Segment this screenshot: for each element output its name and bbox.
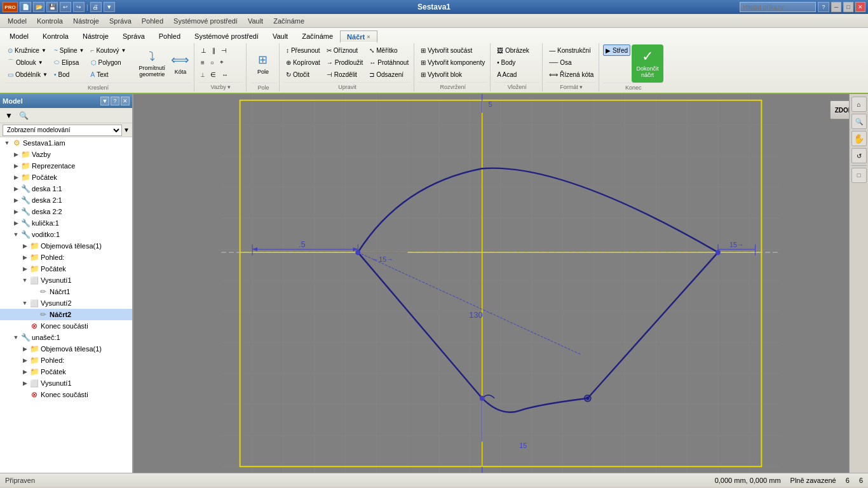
menu-item-správa[interactable]: Správa [104,15,137,27]
tree-item[interactable]: ▶⬜Vysunutí1 [0,377,132,389]
btn-vazba4[interactable]: ≡ [198,57,207,68]
tree-item[interactable]: ▶📁Počátek [0,172,132,183]
ribbon-tab-nástroje[interactable]: Nástroje [76,29,116,42]
tree-item[interactable]: ▶📁Objemová tělesa(1) [0,343,132,355]
tree-expand-icon[interactable]: ▶ [20,266,29,272]
btn-meritko[interactable]: ⤡ Měřítko [367,44,411,56]
btn-text[interactable]: A Text [88,69,129,80]
tree-item[interactable]: ▼⬜Vysunutí1 [0,274,132,286]
btn-kruznice[interactable]: ⊙ Kružnice▼ [5,44,50,56]
btn-rizena-kota[interactable]: ⟺ Řízená kóta [546,69,596,80]
view-pan-btn[interactable]: ✋ [851,131,867,146]
btn-pole[interactable]: ⊞ Pole [250,44,276,83]
view-rotate-btn[interactable]: ↺ [851,148,867,163]
ribbon-tab-kontrola[interactable]: Kontrola [36,29,76,42]
view-zoom-btn[interactable]: 🔍 [851,114,867,129]
tree-item[interactable]: ▶🔧kulička:1 [0,217,132,229]
menu-item-kontrola[interactable]: Kontrola [32,15,68,27]
tree-expand-icon[interactable]: ▶ [20,254,29,261]
canvas-area[interactable]: .5 15→ ←15→ 130 15 5 5 [133,94,868,473]
btn-koutovy[interactable]: ⌐ Koutový▼ [88,44,129,56]
restore-btn[interactable]: □ [843,2,853,12]
tree-expand-icon[interactable]: ▶ [20,369,29,375]
btn-vytvorit-kompo[interactable]: ⊞ Vytvořit komponenty [418,57,487,68]
btn-kopirovat[interactable]: ⊕ Kopírovat [283,57,323,68]
tree-expand-icon[interactable]: ▶ [11,151,20,158]
menu-item-systémové prostředí[interactable]: Systémové prostředí [168,15,243,27]
save-btn[interactable]: 💾 [46,2,58,12]
btn-vytvorit-soucas[interactable]: ⊞ Vytvořit součást [418,44,487,56]
btn-vazba5[interactable]: ○ [208,57,217,68]
btn-obrazek[interactable]: 🖼 Obrázek [494,44,532,56]
btn-body[interactable]: • Body [494,57,532,68]
tree-item[interactable]: ✏Náčrt2 [0,309,132,320]
btn-promitac[interactable]: ⤵ Promítnutígeometrie [135,44,168,83]
btn-vazba6[interactable]: ⌖ [217,57,226,68]
btn-oriznout[interactable]: ✂ Oříznout [324,44,365,56]
btn-dokoncit-nacrt[interactable]: ✓ Dokončitnáčrt [632,44,663,83]
btn-otocit[interactable]: ↻ Otočit [283,69,323,80]
tree-search-btn[interactable]: 🔍 [17,109,30,122]
ribbon-tab-model[interactable]: Model [3,29,36,42]
dropdown-arrow[interactable]: ▼ [123,126,130,133]
menu-item-model[interactable]: Model [3,15,32,27]
btn-obdelnik[interactable]: ▭ Obdélník▼ [5,69,50,80]
btn-vazba7[interactable]: ⟂ [198,69,207,80]
tree-item[interactable]: ▶🔧deska 2:1 [0,194,132,206]
btn-elipsa[interactable]: ⬭ Elipsa [51,57,87,68]
btn-odsazeni[interactable]: ⊐ Odsazení [367,69,411,80]
tree-expand-icon[interactable]: ▼ [3,140,11,146]
view-box-btn[interactable]: ☐ [851,168,867,183]
tree-item[interactable]: ▶📁Objemová tělesa(1) [0,240,132,252]
tree-expand-icon[interactable]: ▶ [11,186,20,192]
menu-item-pohled[interactable]: Pohled [137,15,168,27]
tree-item[interactable]: ▼🔧unašeč:1 [0,332,132,343]
ribbon-tab-systémové prostředí[interactable]: Systémové prostředí [187,29,266,42]
btn-oblouk[interactable]: ⌒ Oblouk▼ [5,57,50,68]
tree-expand-icon[interactable]: ▶ [20,357,29,363]
ribbon-tab-začínáme[interactable]: Začínáme [295,29,340,42]
menu-item-začínáme[interactable]: Začínáme [268,15,309,27]
print-btn[interactable]: 🖨 [90,2,102,12]
undo-btn[interactable]: ↩ [60,2,71,12]
btn-presunout[interactable]: ↕ Přesunout [283,44,323,56]
btn-vazba8[interactable]: ∈ [208,69,219,80]
help-btn[interactable]: ? [818,2,829,12]
close-btn[interactable]: ✕ [855,2,865,12]
panel-filter-btn[interactable]: ▼ [100,97,109,105]
btn-vazba2[interactable]: ∥ [210,44,218,56]
extras-btn[interactable]: ▼ [104,2,115,12]
btn-protahnout[interactable]: ↔ Protáhnout [367,57,411,68]
btn-spline[interactable]: ~ Spline▼ [51,44,87,56]
tree-expand-icon[interactable]: ▶ [11,208,20,215]
btn-konstrukcni[interactable]: — Konstrukční [546,44,596,56]
model-select[interactable]: Zobrazení modelování [3,125,122,136]
search-input[interactable] [740,2,816,12]
tree-expand-icon[interactable]: ▼ [11,231,20,238]
tree-item[interactable]: ▼🔧voditko:1 [0,229,132,240]
tree-expand-icon[interactable]: ▶ [11,174,20,180]
ribbon-tab-náčrt[interactable]: Náčrt × [340,30,377,43]
btn-vazba1[interactable]: ⊥ [198,44,209,56]
tree-expand-icon[interactable]: ▶ [11,197,20,203]
btn-kota[interactable]: ⟺ Kóta [170,44,191,83]
tree-item[interactable]: ▶📁Reprezentace [0,160,132,172]
tree-item[interactable]: ▶📁Vazby [0,149,132,160]
tree-item[interactable]: ▶🔧deska 1:1 [0,183,132,194]
tree-item[interactable]: ▼⚙Sestava1.iam [0,137,132,149]
tree-expand-icon[interactable]: ▶ [11,220,20,226]
tree-item[interactable]: ▼⬜Vysunutí2 [0,297,132,309]
menu-item-vault[interactable]: Vault [243,15,268,27]
btn-osa[interactable]: ── Osa [546,57,596,68]
btn-acad[interactable]: A Acad [494,69,532,80]
tree-item[interactable]: ▶📁Pohled: [0,355,132,366]
ribbon-tab-pohled[interactable]: Pohled [152,29,187,42]
tree-expand-icon[interactable]: ▼ [11,334,20,341]
tree-item[interactable]: ✏Náčrt1 [0,286,132,297]
btn-vazba9[interactable]: ↔ [219,69,231,80]
btn-vytvorit-blok[interactable]: ⊞ Vytvořit blok [418,69,487,80]
ribbon-tab-správa[interactable]: Správa [116,29,152,42]
open-btn[interactable]: 📂 [33,2,44,12]
new-btn[interactable]: 📄 [20,2,31,12]
btn-bod[interactable]: • Bod [51,69,87,80]
